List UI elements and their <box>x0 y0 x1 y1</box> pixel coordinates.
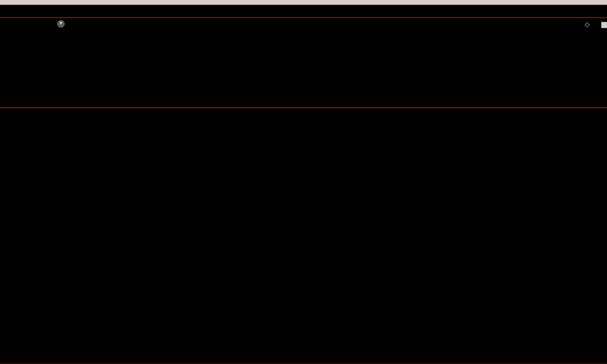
chevron-down-icon[interactable]: ▼ <box>57 20 65 28</box>
menu-bar <box>0 0 607 5</box>
menu-items-row <box>0 0 607 5</box>
corner-square-icon[interactable] <box>601 22 607 28</box>
candlestick-chart[interactable] <box>0 18 607 108</box>
indicator-panel[interactable] <box>0 108 607 364</box>
trading-app-window: ▼ ◇ <box>0 0 607 364</box>
period-toolbar <box>0 5 607 18</box>
diamond-icon[interactable]: ◇ <box>585 21 589 28</box>
